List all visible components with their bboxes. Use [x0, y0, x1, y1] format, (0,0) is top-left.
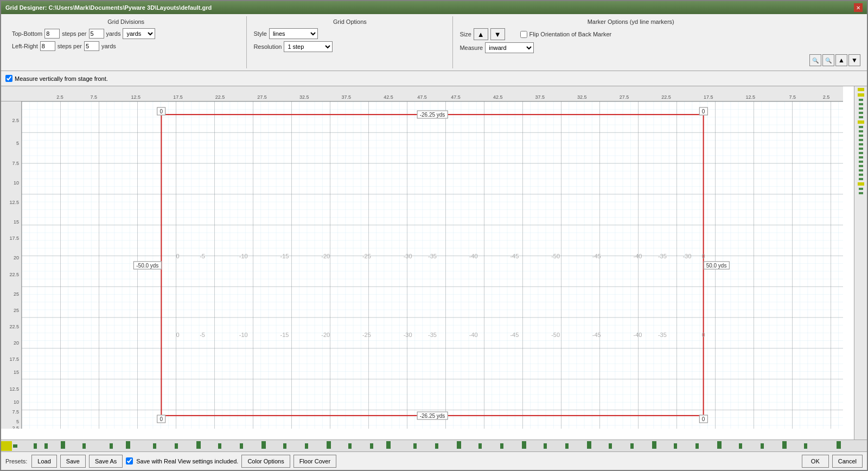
svg-rect-69	[565, 443, 569, 449]
ruler-left-label-8: 20	[14, 255, 19, 260]
svg-rect-52	[196, 441, 201, 449]
ruler-top-label-12: 42.5	[493, 94, 503, 100]
top-bottom-row: Top-Bottom steps per yards yardsfeet	[12, 28, 240, 39]
svg-rect-48	[110, 443, 113, 449]
size-label: Size	[459, 31, 471, 37]
close-button[interactable]: ✕	[854, 3, 863, 12]
style-select[interactable]: linesdotsnone	[269, 28, 318, 39]
svg-text:-20: -20	[321, 253, 330, 259]
corner-label-bottom-left: 0	[157, 415, 166, 423]
svg-text:-45: -45	[592, 332, 601, 338]
svg-text:-25: -25	[362, 332, 371, 338]
right-marker-green-5	[859, 116, 863, 118]
svg-text:-35: -35	[658, 253, 667, 259]
svg-rect-63	[435, 443, 438, 449]
svg-rect-73	[652, 441, 656, 449]
right-marker-yellow-3	[858, 120, 864, 124]
svg-rect-75	[695, 443, 699, 449]
main-window: Grid Designer: C:\Users\Mark\Documents\P…	[0, 0, 868, 471]
resolution-row: Resolution 1 step2 steps5 steps	[253, 41, 446, 52]
right-marker-green-1	[859, 99, 863, 101]
ruler-left-label-7: 17.5	[9, 236, 19, 241]
top-bottom-label: Top-Bottom	[12, 30, 42, 37]
svg-text:-35: -35	[428, 332, 437, 338]
load-button[interactable]: Load	[31, 455, 56, 468]
right-marker-yellow-4	[858, 182, 864, 186]
svg-text:-45: -45	[510, 332, 519, 338]
svg-text:-30: -30	[404, 253, 412, 259]
ruler-top-label-2: 7.5	[90, 94, 97, 100]
ruler-left-label-14: 17.5	[9, 357, 19, 362]
svg-rect-81	[837, 441, 841, 449]
left-right-steps-input[interactable]	[84, 41, 99, 51]
floor-cover-button[interactable]: Floor Cover	[293, 455, 336, 468]
ruler-top-label-17: 17.5	[704, 94, 713, 100]
svg-rect-60	[370, 443, 373, 449]
left-right-input[interactable]	[40, 41, 55, 51]
top-bottom-input[interactable]	[44, 29, 60, 39]
measure-select[interactable]: inwardoutward	[485, 42, 534, 53]
svg-text:-40: -40	[469, 332, 478, 338]
yards-label1: yards	[106, 30, 121, 37]
svg-rect-56	[283, 443, 286, 449]
scroll-up-button[interactable]: ▲	[835, 54, 847, 66]
svg-rect-67	[522, 441, 526, 449]
svg-rect-71	[609, 443, 612, 449]
measure-checkbox[interactable]	[5, 75, 12, 82]
right-marker-green-17	[859, 174, 863, 176]
svg-rect-64	[457, 441, 461, 449]
svg-rect-78	[761, 443, 764, 449]
right-marker-green-14	[859, 161, 863, 163]
ruler-left-label-12: 22.5	[9, 324, 19, 329]
flip-checkbox[interactable]	[520, 31, 527, 38]
marker-options-title: Marker Options (yd line markers)	[459, 18, 802, 25]
save-with-checkbox[interactable]	[126, 457, 133, 464]
window-title: Grid Designer: C:\Users\Mark\Documents\P…	[5, 4, 212, 11]
presets-label: Presets:	[5, 458, 27, 464]
save-as-button[interactable]: Save As	[89, 455, 123, 468]
ruler-top-label-13: 37.5	[535, 94, 545, 100]
measure-row: Measure inwardoutward	[459, 42, 802, 53]
ruler-top: 2.5 7.5 12.5 17.5 22.5 27.5 32.5 37.5 42…	[1, 86, 843, 101]
cancel-button[interactable]: Cancel	[832, 455, 863, 468]
ruler-top-label-4: 17.5	[173, 94, 183, 100]
ruler-top-label-14: 32.5	[577, 94, 587, 100]
steps-per-label1: steps per	[62, 30, 86, 37]
resolution-select[interactable]: 1 step2 steps5 steps	[284, 41, 333, 52]
yards-label2: yards	[101, 43, 116, 49]
right-marker-green-20	[859, 192, 863, 194]
corner-label-bottom-right: 0	[699, 415, 708, 423]
svg-rect-53	[218, 443, 221, 449]
top-bottom-steps-input[interactable]	[89, 29, 104, 39]
color-options-button[interactable]: Color Options	[241, 455, 290, 468]
right-marker-green-8	[859, 135, 863, 137]
zoom-out-button[interactable]: 🔍	[822, 54, 834, 66]
svg-rect-50	[153, 443, 156, 449]
right-marker-green-10	[859, 143, 863, 145]
size-up-button[interactable]: ▲	[474, 28, 488, 40]
right-mid-label: 50.0 yds	[704, 261, 730, 269]
svg-rect-43	[13, 444, 17, 448]
svg-rect-77	[739, 443, 742, 449]
ruler-top-label-7: 32.5	[299, 94, 309, 100]
top-bottom-units-select[interactable]: yardsfeet	[123, 28, 155, 39]
right-marker-green-15	[859, 165, 863, 167]
zoom-controls: 🔍 🔍 ▲ ▼	[808, 16, 863, 68]
ruler-top-label-9: 42.5	[384, 94, 393, 100]
svg-text:-45: -45	[592, 253, 601, 259]
right-marker-green-4	[859, 112, 863, 114]
ruler-left-label-6: 15	[14, 219, 19, 225]
scroll-down-button[interactable]: ▼	[848, 54, 860, 66]
zoom-in-button[interactable]: 🔍	[809, 54, 821, 66]
size-down-button[interactable]: ▼	[490, 28, 505, 40]
right-marker-green-18	[859, 178, 863, 180]
svg-rect-72	[630, 443, 634, 449]
svg-rect-65	[478, 443, 482, 449]
bottom-center-label: -26.25 yds	[417, 411, 448, 419]
ruler-left-label-15: 15	[14, 370, 19, 375]
right-marker-green-12	[859, 152, 863, 154]
left-mid-label: -50.0 yds	[133, 261, 161, 269]
ok-button[interactable]: OK	[802, 455, 829, 468]
svg-text:-50: -50	[551, 332, 560, 338]
save-button[interactable]: Save	[60, 455, 86, 468]
